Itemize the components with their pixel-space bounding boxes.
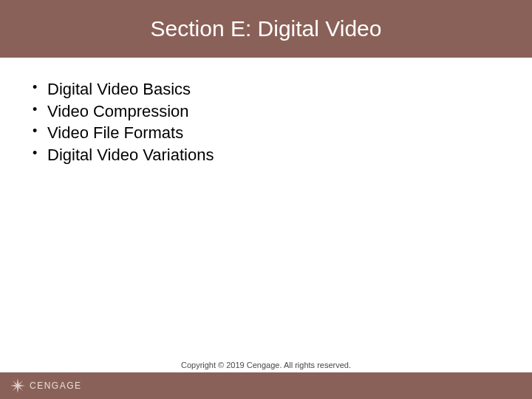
- content-area: Digital Video Basics Video Compression V…: [0, 58, 532, 372]
- list-item: Digital Video Basics: [30, 78, 502, 100]
- list-item: Digital Video Variations: [30, 144, 502, 166]
- bullet-list: Digital Video Basics Video Compression V…: [30, 78, 502, 166]
- brand-name: CENGAGE: [30, 381, 82, 391]
- footer-band: CENGAGE: [0, 372, 532, 399]
- copyright-text: Copyright © 2019 Cengage. All rights res…: [0, 361, 532, 369]
- starburst-icon: [10, 378, 25, 393]
- slide-title: Section E: Digital Video: [151, 16, 382, 41]
- list-item: Video File Formats: [30, 122, 502, 144]
- brand-logo: CENGAGE: [10, 378, 82, 393]
- list-item: Video Compression: [30, 100, 502, 123]
- title-band: Section E: Digital Video: [0, 0, 532, 58]
- slide: Section E: Digital Video Digital Video B…: [0, 0, 532, 399]
